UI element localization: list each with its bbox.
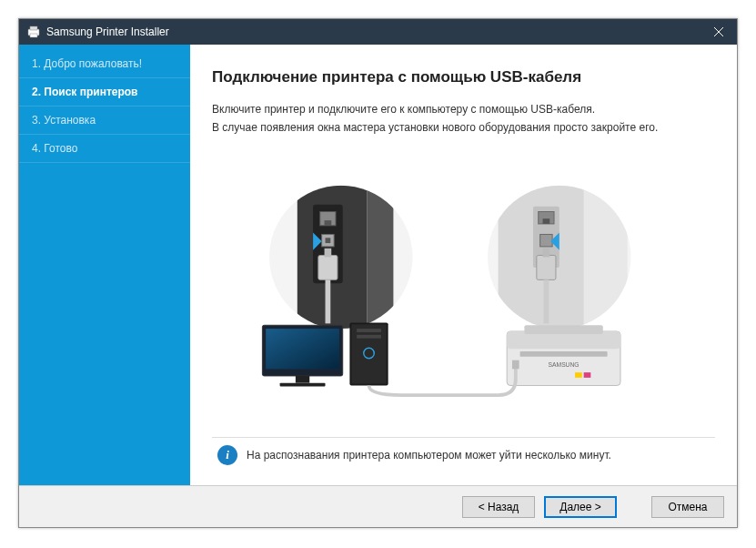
monitor-icon (263, 325, 343, 386)
svg-rect-41 (520, 351, 608, 357)
step-done: 4. Готово (19, 135, 190, 163)
step-install: 3. Установка (19, 107, 190, 135)
printer-icon: SAMSUNG (507, 325, 620, 385)
info-note-text: На распознавания принтера компьютером мо… (247, 449, 611, 462)
svg-rect-30 (267, 329, 340, 369)
next-button[interactable]: Далее > (544, 496, 617, 518)
svg-rect-8 (368, 185, 394, 328)
svg-rect-24 (540, 234, 552, 246)
svg-rect-40 (525, 325, 603, 334)
info-note-row: i На распознавания принтера компьютером … (212, 437, 715, 472)
svg-rect-37 (357, 334, 381, 338)
app-icon (26, 25, 41, 39)
close-icon (714, 27, 723, 36)
svg-rect-44 (584, 372, 591, 378)
svg-rect-43 (575, 372, 582, 378)
connection-diagram: SAMSUNG (227, 178, 699, 397)
info-icon: i (217, 445, 237, 465)
svg-rect-11 (325, 220, 332, 226)
installer-window: Samsung Printer Installer 1. Добро пожал… (18, 18, 738, 528)
step-search-printers: 2. Поиск принтеров (19, 78, 190, 107)
svg-rect-15 (325, 248, 332, 257)
svg-rect-13 (326, 238, 331, 243)
back-button[interactable]: < Назад (462, 496, 535, 518)
svg-rect-16 (326, 279, 331, 323)
svg-rect-39 (507, 330, 620, 348)
svg-rect-26 (543, 248, 550, 257)
instruction-line-1: Включите принтер и подключите его к комп… (212, 101, 715, 117)
svg-rect-1 (30, 26, 37, 30)
svg-text:SAMSUNG: SAMSUNG (549, 361, 580, 368)
svg-rect-31 (296, 375, 309, 382)
body: 1. Добро пожаловать! 2. Поиск принтеров … (19, 45, 737, 485)
illustration: SAMSUNG (212, 147, 715, 428)
content-area: Подключение принтера с помощью USB-кабел… (190, 45, 737, 485)
title-bar: Samsung Printer Installer (19, 19, 737, 45)
cancel-button[interactable]: Отмена (651, 496, 724, 518)
svg-rect-45 (512, 360, 519, 369)
step-welcome: 1. Добро пожаловать! (19, 50, 190, 78)
svg-rect-20 (584, 185, 628, 328)
instruction-line-2: В случае появления окна мастера установк… (212, 119, 715, 136)
svg-rect-23 (543, 218, 550, 224)
svg-rect-34 (352, 324, 387, 383)
button-bar: < Назад Далее > Отмена (19, 485, 737, 527)
svg-rect-2 (30, 34, 37, 37)
svg-rect-36 (357, 329, 381, 332)
svg-rect-25 (537, 255, 556, 279)
svg-rect-27 (544, 279, 549, 323)
close-button[interactable] (701, 19, 737, 45)
page-heading: Подключение принтера с помощью USB-кабел… (212, 68, 715, 86)
sidebar: 1. Добро пожаловать! 2. Поиск принтеров … (19, 45, 190, 485)
pc-tower-icon (350, 322, 388, 385)
svg-rect-14 (318, 255, 338, 279)
title-text: Samsung Printer Installer (46, 25, 169, 38)
svg-rect-32 (280, 382, 326, 386)
